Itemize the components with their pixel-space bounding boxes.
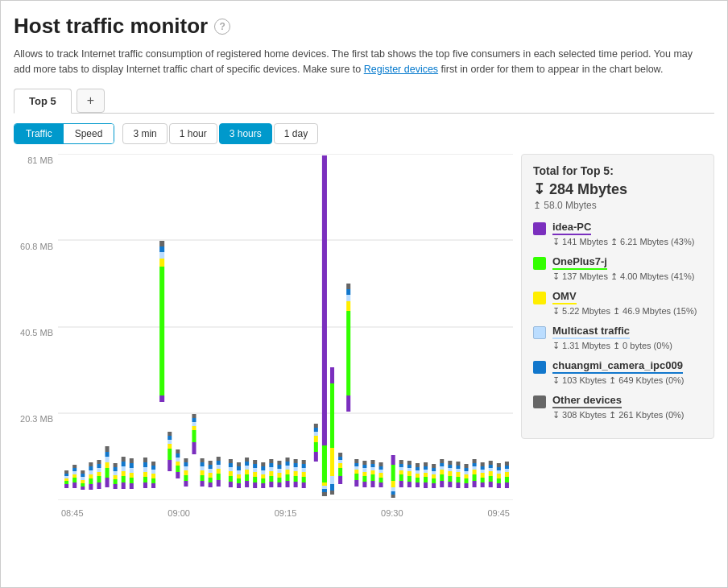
svg-rect-34: [97, 460, 101, 464]
register-devices-link[interactable]: Register devices: [364, 64, 438, 75]
svg-rect-103: [201, 470, 205, 475]
svg-rect-167: [294, 482, 298, 487]
svg-rect-217: [362, 472, 366, 476]
svg-rect-74: [159, 252, 164, 259]
svg-rect-146: [261, 470, 265, 474]
svg-rect-54: [130, 478, 134, 483]
y-label-0: 81 MB: [27, 155, 53, 165]
svg-rect-43: [114, 475, 118, 479]
svg-rect-280: [448, 461, 452, 465]
svg-rect-258: [424, 477, 428, 482]
svg-rect-35: [105, 478, 110, 487]
tab-top5[interactable]: Top 5: [14, 89, 72, 114]
svg-rect-12: [72, 478, 77, 482]
traffic-toggle-btn[interactable]: Traffic: [14, 124, 64, 143]
svg-rect-203: [346, 395, 350, 412]
svg-rect-292: [464, 464, 468, 468]
svg-rect-283: [456, 472, 460, 477]
svg-rect-266: [432, 471, 436, 474]
svg-rect-278: [448, 468, 452, 471]
svg-rect-182: [314, 432, 318, 436]
svg-rect-72: [159, 267, 164, 395]
svg-rect-132: [245, 474, 249, 481]
svg-rect-271: [440, 470, 444, 474]
svg-rect-56: [130, 468, 134, 473]
svg-rect-241: [399, 470, 403, 474]
svg-rect-113: [217, 480, 221, 487]
time-btn-1day[interactable]: 1 day: [274, 123, 318, 144]
svg-rect-8: [64, 476, 68, 478]
help-icon[interactable]: ?: [214, 19, 230, 35]
svg-rect-286: [456, 462, 460, 466]
legend-total-value: ↧ 284 Mbytes: [533, 180, 702, 198]
svg-rect-30: [97, 476, 101, 482]
legend-color-multicast: [533, 326, 546, 339]
svg-rect-321: [505, 466, 509, 469]
svg-rect-20: [81, 477, 85, 480]
time-btn-1hour[interactable]: 1 hour: [169, 123, 217, 144]
time-btn-3hours[interactable]: 3 hours: [219, 123, 272, 144]
svg-rect-261: [424, 466, 428, 470]
svg-rect-246: [407, 476, 412, 482]
svg-rect-49: [122, 471, 126, 476]
svg-rect-204: [346, 311, 350, 395]
y-label-3: 20.3 MB: [20, 414, 53, 424]
svg-rect-199: [338, 463, 342, 468]
svg-rect-163: [286, 470, 290, 474]
svg-rect-39: [105, 452, 110, 457]
svg-rect-196: [330, 491, 334, 495]
svg-rect-48: [122, 476, 126, 482]
svg-rect-190: [322, 492, 327, 496]
svg-rect-78: [168, 449, 172, 460]
legend-device-name-0: idea-PC: [552, 221, 591, 235]
speed-toggle-btn[interactable]: Speed: [64, 124, 114, 143]
svg-rect-45: [114, 467, 118, 471]
legend-stats-5: ↧ 308 Kbytes ↥ 261 Kbytes (0%): [552, 410, 702, 420]
svg-rect-164: [286, 466, 290, 470]
svg-rect-61: [143, 472, 147, 477]
svg-rect-240: [399, 474, 403, 481]
svg-rect-183: [314, 428, 318, 432]
legend-color-chuangmi: [533, 361, 546, 374]
svg-rect-307: [489, 471, 493, 476]
svg-rect-179: [314, 452, 318, 462]
svg-rect-42: [114, 479, 118, 484]
svg-rect-312: [497, 478, 501, 483]
svg-rect-176: [302, 468, 306, 472]
svg-rect-314: [497, 470, 501, 474]
time-period-group: 3 min 1 hour 3 hours 1 day: [122, 123, 318, 144]
svg-rect-238: [391, 495, 395, 498]
svg-rect-102: [201, 475, 205, 481]
svg-rect-53: [130, 483, 134, 489]
svg-rect-295: [473, 470, 477, 474]
svg-rect-279: [448, 465, 452, 468]
tab-add-button[interactable]: +: [77, 89, 105, 113]
svg-rect-201: [338, 457, 342, 460]
svg-rect-32: [97, 468, 101, 472]
svg-rect-91: [184, 470, 188, 475]
svg-rect-155: [277, 482, 281, 487]
svg-rect-151: [269, 471, 273, 476]
svg-rect-111: [209, 465, 213, 469]
svg-rect-225: [370, 464, 374, 467]
svg-rect-299: [481, 482, 485, 487]
svg-rect-249: [407, 465, 412, 468]
svg-rect-85: [176, 462, 180, 466]
svg-rect-252: [416, 478, 420, 482]
svg-rect-63: [143, 462, 147, 467]
svg-rect-253: [416, 474, 420, 478]
svg-rect-136: [245, 458, 249, 462]
svg-rect-308: [489, 468, 493, 471]
legend-item-5: Other devices ↧ 308 Kbytes ↥ 261 Kbytes …: [533, 394, 702, 420]
svg-rect-171: [294, 463, 298, 467]
svg-rect-185: [322, 155, 327, 445]
svg-rect-13: [72, 474, 77, 478]
svg-rect-216: [362, 476, 366, 482]
legend-device-name-5: Other devices: [552, 394, 622, 408]
time-btn-3min[interactable]: 3 min: [122, 123, 167, 144]
svg-rect-140: [253, 468, 257, 472]
svg-rect-304: [481, 462, 485, 466]
svg-rect-218: [362, 468, 366, 472]
svg-rect-177: [302, 464, 306, 468]
svg-rect-99: [192, 418, 196, 422]
